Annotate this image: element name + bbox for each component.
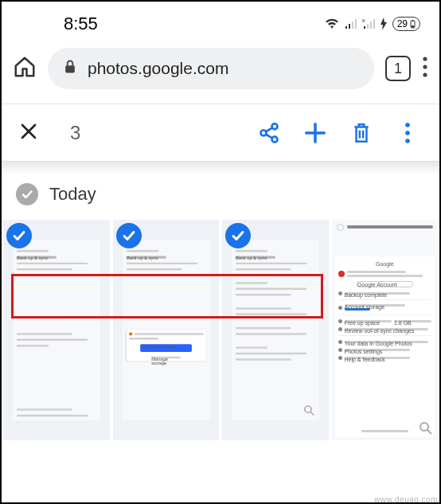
status-bar: 8:55 × 29 — [2, 2, 439, 43]
photo-thumbnail[interactable]: Back up & sync — [3, 220, 110, 440]
svg-rect-4 — [65, 65, 75, 72]
battery-pct: 29 — [397, 18, 408, 29]
svg-point-9 — [261, 130, 267, 135]
thumbnail-preview: Back up & sync Get more storage Manage s… — [123, 240, 209, 420]
battery-pill: 29 — [392, 17, 420, 31]
selected-check-icon — [116, 223, 142, 248]
close-selection-button[interactable] — [19, 122, 38, 144]
watermark: www.deuaq.com — [374, 495, 438, 504]
svg-point-15 — [420, 423, 428, 431]
add-button[interactable] — [301, 121, 330, 145]
magnify-icon — [419, 421, 433, 436]
selected-check-icon — [225, 223, 251, 248]
photo-thumbnail[interactable]: Back up & sync — [222, 220, 329, 440]
magnify-icon — [303, 404, 315, 416]
browser-menu-icon[interactable] — [422, 56, 428, 81]
svg-point-11 — [405, 123, 410, 127]
svg-point-5 — [423, 57, 427, 61]
section-title: Today — [49, 184, 96, 205]
photo-thumbnail[interactable]: Back up & sync Get more storage Manage s… — [113, 220, 220, 440]
svg-rect-2 — [412, 20, 414, 21]
tab-count: 1 — [394, 61, 402, 77]
svg-point-14 — [304, 406, 310, 412]
selection-toolbar: 3 — [2, 104, 439, 161]
svg-rect-3 — [412, 25, 414, 28]
photo-grid-row: Back up & sync Back up & sync Get more s… — [2, 220, 439, 442]
lock-icon — [62, 59, 78, 78]
svg-text:×: × — [361, 18, 365, 25]
section-select-toggle[interactable] — [16, 183, 38, 205]
thumbnail-preview: Back up & sync — [232, 240, 318, 420]
svg-point-10 — [272, 136, 278, 142]
svg-point-6 — [423, 64, 427, 68]
photo-thumbnail[interactable]: Google Google Account Backup complete Ac… — [332, 220, 439, 440]
home-icon[interactable] — [13, 55, 37, 82]
signal-2-icon: × — [361, 18, 375, 29]
delete-button[interactable] — [347, 122, 376, 144]
thumbnail-preview: Back up & sync — [13, 240, 100, 420]
svg-point-12 — [405, 131, 410, 135]
url-text: photos.google.com — [88, 59, 228, 78]
signal-1-icon — [345, 18, 357, 29]
selected-count: 3 — [70, 122, 237, 144]
wifi-icon — [324, 18, 340, 30]
tabs-button[interactable]: 1 — [385, 56, 411, 81]
svg-point-8 — [272, 123, 278, 129]
status-time: 8:55 — [64, 14, 98, 34]
selected-check-icon — [6, 223, 32, 248]
share-button[interactable] — [255, 122, 283, 144]
toolbar-shadow — [2, 161, 439, 175]
url-bar[interactable]: photos.google.com — [48, 48, 374, 89]
browser-bar: photos.google.com 1 — [2, 43, 439, 104]
svg-point-7 — [423, 72, 427, 76]
thumbnail-preview: Google Google Account Backup complete Ac… — [332, 220, 439, 440]
overflow-menu-button[interactable] — [393, 122, 422, 144]
section-header: Today — [2, 175, 439, 220]
svg-point-13 — [405, 139, 410, 143]
charging-icon — [380, 18, 388, 30]
status-right: × 29 — [324, 17, 420, 31]
